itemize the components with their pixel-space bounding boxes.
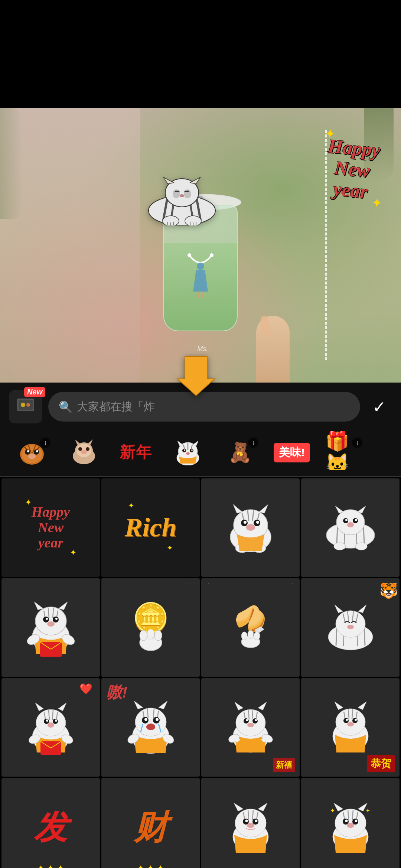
sticker-item-sleeping-tiger[interactable]: ZZZ 🐯 (301, 578, 400, 677)
svg-point-216 (347, 823, 354, 828)
svg-marker-185 (358, 702, 366, 710)
svg-point-72 (256, 521, 259, 524)
tiger-sticker-top[interactable] (145, 177, 219, 232)
category-xinnian-text: 新年 (120, 442, 152, 463)
ms-label: Ms. (197, 345, 208, 353)
svg-point-106 (46, 618, 48, 620)
sticker-item-wa-tiger[interactable]: 嗷! ˋ ˊ (101, 678, 200, 777)
svg-point-39 (36, 450, 38, 452)
svg-point-21 (188, 253, 191, 257)
category-tiger-face[interactable]: ↓ (6, 435, 58, 470)
svg-point-190 (347, 722, 354, 726)
svg-marker-83 (358, 506, 366, 513)
sticker-tiger-envelope-img (1, 578, 100, 677)
category-gifts[interactable]: 🎁🐱 ↓ (318, 435, 370, 470)
svg-point-107 (55, 618, 58, 620)
sticker-item-tiger-partial1[interactable] (201, 778, 300, 868)
sticker-item-tiger-xinxi[interactable]: 新禧 (201, 678, 300, 777)
svg-point-202 (255, 819, 257, 822)
sticker-item-tiger-fat2[interactable] (301, 478, 400, 577)
svg-marker-197 (234, 803, 243, 811)
svg-point-12 (180, 194, 184, 197)
sticker-item-cai[interactable]: 财 ✦ ✦ ✦ (101, 778, 200, 868)
coin-icon: 🪙 (132, 604, 169, 633)
category-xinnian-img: 新年 (117, 438, 154, 467)
svg-marker-67 (233, 504, 242, 513)
svg-point-177 (247, 723, 254, 727)
stress-lines: ˋ ˊ (184, 683, 194, 692)
svg-point-176 (255, 719, 257, 721)
svg-text:✦: ✦ (365, 807, 370, 814)
category-meizi-img: 美味! (273, 438, 310, 467)
svg-rect-24 (197, 292, 200, 298)
svg-point-87 (355, 519, 357, 521)
svg-marker-7 (190, 177, 200, 184)
svg-point-47 (86, 447, 89, 451)
svg-point-71 (244, 521, 247, 524)
fa-character: 发 (34, 805, 68, 850)
svg-point-203 (247, 823, 254, 828)
download-icon-tiger[interactable]: ↓ (40, 438, 50, 448)
sticker-tiger-xinxi-img: 新禧 (201, 678, 300, 777)
svg-point-28 (21, 403, 25, 407)
sticker-item-fa[interactable]: 发 ✦ ✦ ✦ (1, 778, 100, 868)
svg-marker-210 (334, 803, 343, 811)
sticker-tiger-fat2-img (301, 478, 400, 577)
meizi-badge-text: 美味! (274, 443, 310, 462)
category-bear[interactable]: 🧸 ↓ (214, 435, 266, 470)
svg-point-175 (246, 719, 248, 721)
sticker-item-coin-hand[interactable]: 🪙 ˋ ˊ (101, 578, 200, 677)
sticker-item-tiger-envelope[interactable] (1, 578, 100, 677)
sticker-item-tiger-heart[interactable]: ❤️ (1, 678, 100, 777)
svg-rect-25 (201, 292, 204, 298)
happy-newyear-sticker[interactable]: ✦ Happy New year ✦ (323, 135, 381, 203)
svg-marker-45 (88, 439, 93, 445)
sticker-item-rich[interactable]: ✦ Rich ✦ (101, 478, 200, 577)
xinxi-badge: 新禧 (273, 758, 295, 772)
svg-text:✦: ✦ (330, 807, 335, 814)
download-icon-bear[interactable]: ↓ (248, 438, 258, 448)
svg-point-46 (78, 447, 82, 451)
cai-character: 财 (134, 805, 167, 850)
red-heart-icon: ❤️ (79, 683, 92, 695)
category-meizi[interactable]: 美味! (266, 435, 318, 470)
svg-point-88 (347, 522, 354, 527)
svg-marker-171 (235, 702, 243, 710)
sticker-item-tiger-gonghe[interactable]: 恭贺 (301, 678, 400, 777)
sticker-tiger-partial1-img (201, 778, 300, 868)
category-tiger-face-img: ↓ (13, 438, 50, 467)
wa-exclaim-text: 嗷! (107, 682, 127, 703)
svg-line-80 (363, 526, 364, 544)
boba-cup (152, 183, 249, 339)
fa-stars: ✦ ✦ ✦ (1, 863, 100, 868)
svg-point-59 (191, 449, 193, 451)
sticker-item-tiger-fat1[interactable] (201, 478, 300, 577)
svg-point-89 (334, 543, 346, 550)
download-icon-gifts[interactable]: ↓ (352, 438, 362, 448)
category-gifts-img: 🎁🐱 ↓ (325, 438, 362, 467)
svg-line-118 (336, 627, 337, 646)
top-black-area (0, 0, 401, 108)
wall-bg (0, 108, 140, 383)
sticker-library-button[interactable]: New (9, 390, 42, 423)
sticker-item-happy-newyear[interactable]: ✦ HappyNewyear ✦ (1, 478, 100, 577)
category-chubby-tiger[interactable] (162, 435, 214, 470)
gold-ingot-icon: 🥠 (234, 607, 267, 633)
svg-point-73 (246, 524, 255, 531)
svg-line-121 (364, 627, 365, 646)
sticker-icon (16, 396, 35, 418)
svg-marker-44 (75, 439, 80, 445)
confirm-button[interactable]: ✓ (366, 394, 392, 420)
svg-marker-68 (259, 504, 268, 513)
svg-point-110 (140, 630, 147, 641)
sticker-item-tiger-partial2[interactable]: ✦ ✦ (301, 778, 400, 868)
svg-point-142 (46, 719, 48, 722)
svg-point-40 (28, 454, 36, 459)
sticker-item-cashew-hand[interactable]: 🥠 ˋ ˊ (201, 578, 300, 677)
category-xinnian[interactable]: 新年 (110, 435, 162, 470)
arrow-down-icon (174, 353, 218, 406)
new-badge: New (24, 387, 45, 397)
category-chubby-cat[interactable] (58, 435, 110, 470)
sticker-grid: ✦ HappyNewyear ✦ ✦ Rich ✦ (0, 477, 401, 868)
svg-line-77 (337, 526, 338, 544)
